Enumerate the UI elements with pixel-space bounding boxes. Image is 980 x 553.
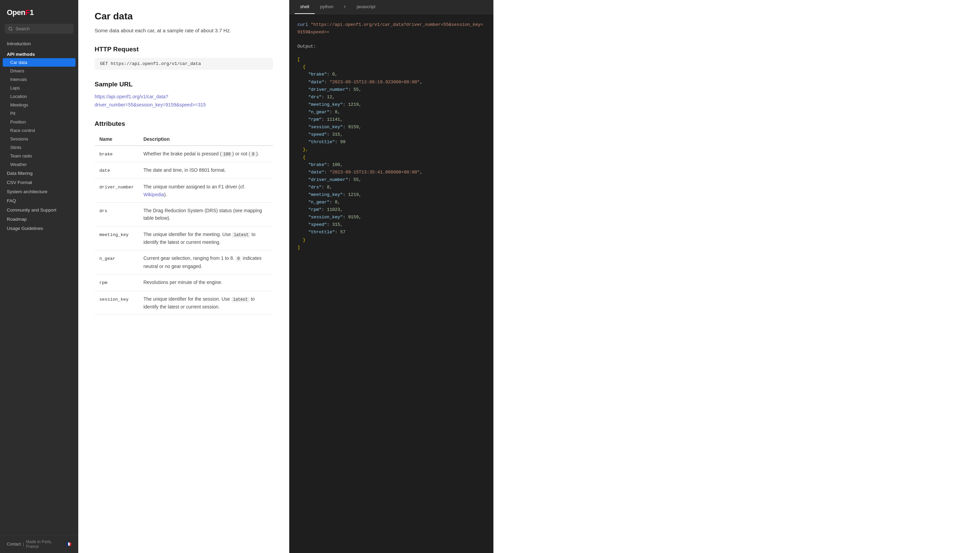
sidebar-item-data-filtering[interactable]: Data filtering xyxy=(0,169,78,178)
sidebar-navigation: Introduction API methods Car data Driver… xyxy=(0,39,78,535)
json-close-brace-1: }, xyxy=(303,146,485,153)
json-open-brace-2: { xyxy=(303,154,485,161)
inline-code: 100 xyxy=(221,152,232,157)
table-row: meeting_key The unique identifier for th… xyxy=(95,226,273,250)
table-row: n_gear Current gear selection, ranging f… xyxy=(95,250,273,275)
sidebar-item-position[interactable]: Position xyxy=(0,118,78,126)
sidebar-item-location[interactable]: Location xyxy=(0,92,78,101)
attr-name: brake xyxy=(99,152,113,157)
sidebar-item-intervals[interactable]: Intervals xyxy=(0,75,78,84)
sidebar-item-stints[interactable]: Stints xyxy=(0,143,78,152)
attributes-table: Name Description brake Whether the brake… xyxy=(95,133,273,315)
sample-url-link[interactable]: https://api.openf1.org/v1/car_data? driv… xyxy=(95,94,206,108)
attributes-title: Attributes xyxy=(95,120,273,127)
json-throttle-1: "throttle": 99 xyxy=(308,138,485,146)
sidebar-item-community-support[interactable]: Community and Support xyxy=(0,205,78,215)
json-open-bracket: [ xyxy=(298,56,485,63)
json-n-gear-1: "n_gear": 8, xyxy=(308,108,485,116)
tab-javascript[interactable]: javascript xyxy=(351,0,381,14)
sidebar-item-team-radio[interactable]: Team radio xyxy=(0,152,78,160)
sample-url-line2: driver_number=55&session_key=9159&speed>… xyxy=(95,102,206,108)
sidebar-footer: Contact | Made in Paris, France 🇫🇷 xyxy=(0,535,78,553)
sidebar-item-faq[interactable]: FAQ xyxy=(0,196,78,205)
json-session-key-1: "session_key": 9159, xyxy=(308,124,485,131)
table-row: drs The Drag Reduction System (DRS) stat… xyxy=(95,202,273,226)
sidebar-item-laps[interactable]: Laps xyxy=(0,84,78,92)
http-method-box: GET https://api.openf1.org/v1/car_data xyxy=(95,58,273,70)
attr-name: session_key xyxy=(99,297,129,302)
search-placeholder: Search xyxy=(16,26,30,31)
json-date-2: "date": "2023-09-15T13:35:41.808000+00:0… xyxy=(308,169,485,176)
json-rpm-2: "rpm": 11023, xyxy=(308,206,485,214)
logo: OpenF1 xyxy=(0,0,78,24)
attr-description: The date and time, in ISO 8601 format. xyxy=(138,162,273,179)
inline-code: latest xyxy=(232,232,250,238)
sidebar-item-roadmap[interactable]: Roadmap xyxy=(0,215,78,224)
sample-url-line1: https://api.openf1.org/v1/car_data? xyxy=(95,94,168,99)
json-driver-number-2: "driver_number": 55, xyxy=(308,176,485,184)
curl-command: curl "https://api.openf1.org/v1/car_data… xyxy=(298,21,485,36)
code-content: curl "https://api.openf1.org/v1/car_data… xyxy=(289,14,493,553)
attr-name: date xyxy=(99,168,110,173)
sidebar-item-sessions[interactable]: Sessions xyxy=(0,135,78,143)
sample-url-title: Sample URL xyxy=(95,81,273,88)
json-speed-1: "speed": 315, xyxy=(308,131,485,138)
footer-made-in: Made in Paris, France xyxy=(26,539,64,549)
json-drs-1: "drs": 12, xyxy=(308,94,485,101)
json-brake-2: "brake": 100, xyxy=(308,161,485,169)
tab-python[interactable]: python xyxy=(315,0,339,14)
attr-description: Current gear selection, ranging from 1 t… xyxy=(138,250,273,275)
json-rpm-1: "rpm": 11141, xyxy=(308,116,485,124)
attr-description: The unique identifier for the session. U… xyxy=(138,291,273,315)
code-tabs: shell python r javascript xyxy=(289,0,493,14)
json-output: [ { "brake": 0, "date": "2023-09-15T13:0… xyxy=(298,56,485,251)
attr-name: drs xyxy=(99,208,107,214)
sidebar-item-meetings[interactable]: Meetings xyxy=(0,101,78,109)
table-row: brake Whether the brake pedal is pressed… xyxy=(95,146,273,162)
footer-flag: 🇫🇷 xyxy=(66,542,72,547)
sidebar-item-introduction[interactable]: Introduction xyxy=(0,39,78,48)
table-row: session_key The unique identifier for th… xyxy=(95,291,273,315)
page-description: Some data about each car, at a sample ra… xyxy=(95,27,273,35)
wikipedia-link[interactable]: Wikipedia xyxy=(143,192,164,197)
attr-description: The unique number assigned to an F1 driv… xyxy=(138,179,273,203)
sidebar-item-race-control[interactable]: Race control xyxy=(0,126,78,135)
inline-code: 0 xyxy=(250,152,256,157)
http-method: GET xyxy=(100,61,108,66)
http-url: https://api.openf1.org/v1/car_data xyxy=(111,61,201,66)
json-speed-2: "speed": 315, xyxy=(308,221,485,229)
sidebar-item-weather[interactable]: Weather xyxy=(0,160,78,169)
attr-description: The unique identifier for the meeting. U… xyxy=(138,226,273,250)
sidebar-section-api-methods: API methods xyxy=(0,48,78,58)
curl-url-text: "https://api.openf1.org/v1/car_data?driv… xyxy=(298,22,483,35)
inline-code: latest xyxy=(231,297,250,302)
attr-description: Whether the brake pedal is pressed (100)… xyxy=(138,146,273,162)
attr-name: driver_number xyxy=(99,185,134,190)
table-row: date The date and time, in ISO 8601 form… xyxy=(95,162,273,179)
curl-cmd-text: curl xyxy=(298,22,311,27)
inline-code: 0 xyxy=(235,256,241,262)
json-open-brace-1: { xyxy=(303,63,485,71)
sidebar-item-usage-guidelines[interactable]: Usage Guidelines xyxy=(0,224,78,233)
json-meeting-key-2: "meeting_key": 1219, xyxy=(308,191,485,199)
tab-shell[interactable]: shell xyxy=(295,0,315,14)
sidebar-item-drivers[interactable]: Drivers xyxy=(0,67,78,75)
tab-r[interactable]: r xyxy=(339,0,351,14)
table-row: driver_number The unique number assigned… xyxy=(95,179,273,203)
attr-name: meeting_key xyxy=(99,232,129,237)
json-drs-2: "drs": 8, xyxy=(308,184,485,191)
sidebar-item-system-architecture[interactable]: System architecture xyxy=(0,187,78,196)
sidebar-item-pit[interactable]: Pit xyxy=(0,109,78,118)
search-box[interactable]: Search xyxy=(5,24,73,34)
sidebar-item-csv-format[interactable]: CSV Format xyxy=(0,178,78,187)
json-n-gear-2: "n_gear": 8, xyxy=(308,199,485,206)
json-session-key-2: "session_key": 9159, xyxy=(308,214,485,221)
json-brake-1: "brake": 0, xyxy=(308,71,485,78)
sidebar-item-car-data[interactable]: Car data xyxy=(3,58,76,67)
contact-link[interactable]: Contact xyxy=(7,542,21,547)
attr-name: rpm xyxy=(99,280,107,285)
svg-point-0 xyxy=(9,27,12,30)
attr-description: Revolutions per minute of the engine. xyxy=(138,274,273,291)
col-header-name: Name xyxy=(95,133,138,146)
http-request-title: HTTP Request xyxy=(95,46,273,53)
